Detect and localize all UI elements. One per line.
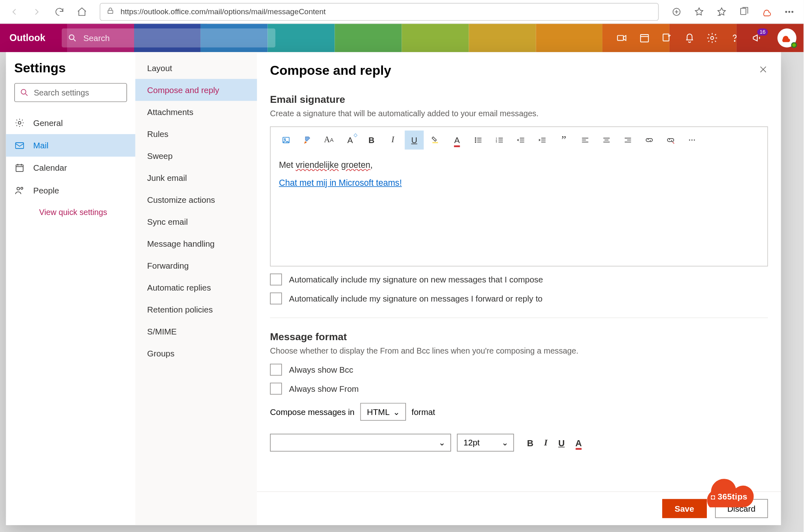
- align-left-icon[interactable]: [576, 130, 595, 150]
- subnav-layout[interactable]: Layout: [135, 57, 257, 79]
- home-button[interactable]: [72, 2, 91, 21]
- svg-point-22: [475, 140, 476, 141]
- announce-icon[interactable]: 16: [751, 32, 763, 44]
- checkbox-icon[interactable]: [270, 274, 282, 285]
- svg-rect-2: [741, 8, 746, 14]
- insert-link-icon[interactable]: [640, 130, 659, 150]
- format-painter-icon[interactable]: [298, 130, 317, 150]
- default-underline-button[interactable]: U: [558, 438, 565, 448]
- account-avatar[interactable]: [778, 28, 797, 48]
- settings-search[interactable]: Search settings: [14, 83, 127, 102]
- extension-icon[interactable]: [757, 2, 776, 21]
- notifications-icon[interactable]: [684, 32, 695, 44]
- subnav-attachments[interactable]: Attachments: [135, 101, 257, 123]
- sig-on-new-checkbox-row[interactable]: Automatically include my signature on ne…: [270, 274, 768, 285]
- checkbox-icon[interactable]: [270, 383, 282, 395]
- remove-link-icon[interactable]: [661, 130, 680, 150]
- close-panel-button[interactable]: [758, 65, 768, 76]
- subnav-retention[interactable]: Retention policies: [135, 298, 257, 320]
- subnav-message-handling[interactable]: Message handling: [135, 232, 257, 254]
- settings-title: Settings: [6, 61, 135, 83]
- bullets-icon[interactable]: [469, 130, 488, 150]
- svg-point-21: [475, 138, 476, 139]
- quote-icon[interactable]: ”: [554, 130, 574, 150]
- svg-point-17: [21, 187, 23, 189]
- svg-point-10: [711, 37, 713, 39]
- svg-point-6: [70, 35, 74, 40]
- svg-point-19: [284, 139, 285, 140]
- subnav-groups[interactable]: Groups: [135, 342, 257, 364]
- always-show-bcc-checkbox-row[interactable]: Always show Bcc: [270, 364, 768, 376]
- subnav-customize-actions[interactable]: Customize actions: [135, 189, 257, 211]
- bold-icon[interactable]: B: [362, 130, 381, 150]
- lock-icon: [106, 7, 114, 17]
- subnav-sweep[interactable]: Sweep: [135, 145, 257, 167]
- settings-search-placeholder: Search settings: [34, 88, 89, 97]
- font-size-icon[interactable]: A◇: [341, 130, 360, 150]
- default-font-size-select[interactable]: 12pt⌄: [457, 434, 514, 452]
- global-search-input[interactable]: [83, 33, 269, 43]
- compose-in-label-post: format: [412, 407, 435, 417]
- signature-textarea[interactable]: Met vriendelijke groeten, Chat met mij i…: [271, 153, 767, 266]
- subnav-junk[interactable]: Junk email: [135, 167, 257, 189]
- subnav-automatic-replies[interactable]: Automatic replies: [135, 276, 257, 298]
- favorites-list-icon[interactable]: [712, 2, 731, 21]
- default-font-select[interactable]: ⌄: [270, 434, 451, 452]
- tips-icon[interactable]: [661, 32, 673, 44]
- settings-nav: Settings Search settings General Mail Ca…: [6, 52, 135, 525]
- add-page-icon[interactable]: [667, 2, 686, 21]
- url-text: https://outlook.office.com/mail/options/…: [120, 7, 326, 16]
- favorite-star-icon[interactable]: [690, 2, 709, 21]
- sig-on-reply-checkbox-row[interactable]: Automatically include my signature on me…: [270, 293, 768, 304]
- subnav-forwarding[interactable]: Forwarding: [135, 254, 257, 276]
- settings-item-people[interactable]: People: [6, 179, 135, 202]
- more-formatting-icon[interactable]: [682, 130, 702, 150]
- always-show-from-checkbox-row[interactable]: Always show From: [270, 383, 768, 395]
- underline-icon[interactable]: U: [405, 130, 424, 150]
- settings-item-general[interactable]: General: [6, 111, 135, 134]
- mail-subnav: Layout Compose and reply Attachments Rul…: [135, 52, 257, 525]
- default-italic-button[interactable]: I: [544, 438, 548, 448]
- insert-image-icon[interactable]: [276, 130, 296, 150]
- outdent-icon[interactable]: [512, 130, 531, 150]
- subnav-smime[interactable]: S/MIME: [135, 320, 257, 342]
- checkbox-icon[interactable]: [270, 364, 282, 376]
- address-bar[interactable]: https://outlook.office.com/mail/options/…: [100, 3, 658, 21]
- settings-gear-icon[interactable]: [706, 32, 718, 44]
- indent-icon[interactable]: [533, 130, 552, 150]
- settings-content: Compose and reply Email signature Create…: [257, 52, 781, 525]
- numbering-icon[interactable]: 123: [490, 130, 509, 150]
- help-icon[interactable]: [729, 32, 741, 44]
- global-search[interactable]: [62, 28, 276, 48]
- compose-in-label-pre: Compose messages in: [270, 407, 354, 417]
- svg-rect-7: [617, 35, 624, 40]
- nav-forward-button[interactable]: [27, 2, 46, 21]
- highlight-icon[interactable]: [426, 130, 445, 150]
- default-bold-button[interactable]: B: [527, 438, 533, 448]
- settings-item-calendar[interactable]: Calendar: [6, 156, 135, 179]
- align-center-icon[interactable]: [597, 130, 616, 150]
- svg-point-4: [789, 11, 790, 12]
- meet-now-icon[interactable]: [616, 32, 628, 44]
- font-color-icon[interactable]: A: [448, 130, 467, 150]
- reload-button[interactable]: [50, 2, 69, 21]
- settings-item-mail[interactable]: Mail: [6, 134, 135, 156]
- italic-icon[interactable]: I: [383, 130, 402, 150]
- checkbox-icon[interactable]: [270, 293, 282, 304]
- collections-icon[interactable]: [734, 2, 754, 21]
- svg-rect-15: [16, 165, 23, 172]
- default-font-color-button[interactable]: A: [576, 438, 582, 448]
- subnav-sync-email[interactable]: Sync email: [135, 211, 257, 232]
- compose-format-select[interactable]: HTML⌄: [361, 403, 406, 421]
- svg-point-23: [475, 141, 476, 142]
- app-brand: Outlook: [9, 33, 45, 43]
- align-right-icon[interactable]: [618, 130, 637, 150]
- my-day-icon[interactable]: [639, 32, 650, 44]
- signature-link[interactable]: Chat met mij in Microsoft teams!: [279, 178, 402, 187]
- browser-menu-icon[interactable]: [780, 2, 799, 21]
- subnav-compose-reply[interactable]: Compose and reply: [135, 79, 257, 101]
- nav-back-button[interactable]: [5, 2, 24, 21]
- subnav-rules[interactable]: Rules: [135, 123, 257, 145]
- view-quick-settings-link[interactable]: View quick settings: [6, 202, 135, 217]
- font-family-icon[interactable]: AA: [319, 130, 338, 150]
